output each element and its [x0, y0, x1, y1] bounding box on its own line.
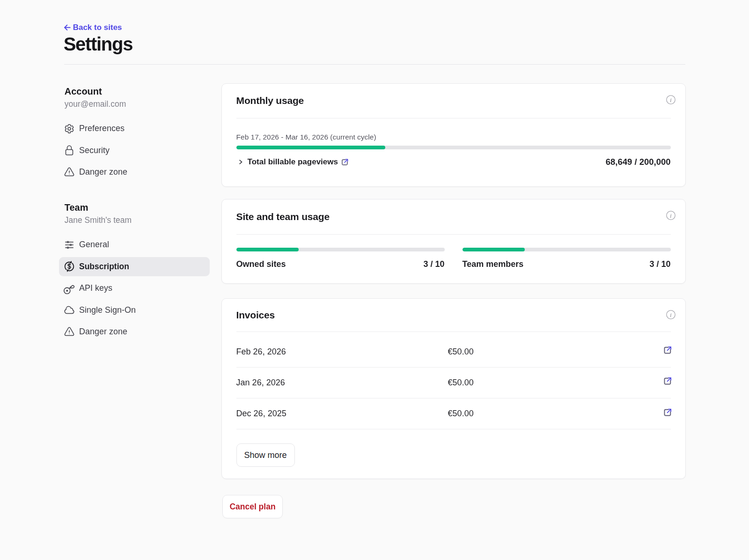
svg-text:i: i — [670, 311, 672, 318]
svg-text:i: i — [670, 212, 672, 219]
svg-text:i: i — [670, 96, 672, 103]
